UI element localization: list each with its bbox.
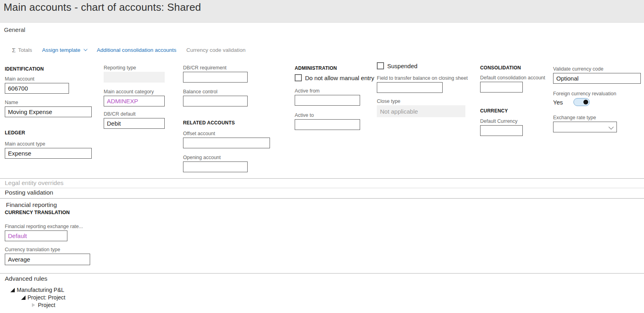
chevron-down-icon bbox=[609, 124, 614, 130]
offset-account-label: Offset account bbox=[183, 131, 270, 136]
balance-control-input[interactable] bbox=[183, 96, 248, 106]
divider bbox=[0, 273, 644, 274]
divider bbox=[0, 188, 644, 188]
reporting-type-label: Reporting type bbox=[104, 65, 165, 71]
currency-code-validation-button[interactable]: Currency code validation bbox=[186, 47, 246, 53]
tree-item-label: Manufacturing P&L bbox=[17, 287, 64, 293]
dbcr-default-input[interactable] bbox=[104, 118, 165, 129]
section-posting-validation[interactable]: Posting validation bbox=[5, 189, 53, 196]
reporting-type-field: Reporting type bbox=[104, 65, 165, 83]
section-advanced-rules[interactable]: Advanced rules bbox=[5, 275, 47, 282]
financial-reporting-exchange-rate-input[interactable] bbox=[5, 230, 67, 241]
opening-account-input[interactable] bbox=[183, 161, 248, 172]
tree-expanded-icon[interactable] bbox=[10, 288, 15, 292]
divider bbox=[0, 178, 644, 179]
field-to-transfer-label: Field to transfer balance on closing she… bbox=[377, 75, 468, 81]
do-not-allow-manual-entry-row: Do not allow manual entry bbox=[295, 74, 374, 81]
main-account-type-field: Main account type bbox=[5, 141, 92, 159]
dbcr-requirement-field: DB/CR requirement bbox=[183, 65, 248, 83]
totals-button[interactable]: Σ Totals bbox=[12, 47, 32, 53]
group-consolidation: CONSOLIDATION bbox=[480, 65, 521, 71]
balance-control-field: Balance control bbox=[183, 89, 248, 106]
additional-consolidation-accounts-label: Additional consolidation accounts bbox=[97, 47, 177, 53]
foreign-currency-revaluation-toggle[interactable] bbox=[573, 98, 590, 106]
financial-reporting-exchange-rate-label: Financial reporting exchange rate... bbox=[5, 224, 83, 229]
main-account-category-field: Main account category bbox=[104, 89, 165, 106]
offset-account-field: Offset account bbox=[183, 131, 270, 148]
do-not-allow-manual-entry-label: Do not allow manual entry bbox=[305, 75, 374, 81]
dbcr-default-field: DB/CR default bbox=[104, 111, 165, 129]
offset-account-input[interactable] bbox=[183, 138, 270, 148]
active-to-field: Active to bbox=[295, 112, 360, 130]
tree-item-label: Project: Project bbox=[28, 294, 65, 301]
tree-expanded-icon[interactable] bbox=[21, 295, 26, 300]
active-from-field: Active from bbox=[295, 88, 360, 106]
opening-account-field: Opening account bbox=[183, 155, 248, 172]
group-identification: IDENTIFICATION bbox=[5, 66, 44, 72]
exchange-rate-type-select[interactable] bbox=[553, 122, 617, 132]
group-related-accounts: RELATED ACCOUNTS bbox=[183, 120, 235, 126]
currency-code-validation-label: Currency code validation bbox=[186, 47, 246, 53]
default-currency-field: Default Currency bbox=[480, 118, 523, 136]
balance-control-label: Balance control bbox=[183, 89, 248, 94]
main-account-category-input[interactable] bbox=[104, 96, 165, 106]
currency-translation-type-input[interactable] bbox=[5, 254, 90, 265]
suspended-label: Suspended bbox=[387, 63, 418, 69]
divider bbox=[0, 198, 644, 199]
active-from-label: Active from bbox=[295, 88, 360, 94]
toolbar: Σ Totals Assign template Additional cons… bbox=[12, 47, 246, 53]
main-account-input[interactable] bbox=[5, 83, 69, 94]
toggle-knob bbox=[583, 100, 588, 104]
main-account-type-input[interactable] bbox=[5, 148, 92, 159]
tree-item-label: Project bbox=[38, 302, 55, 308]
close-type-input bbox=[377, 105, 465, 117]
foreign-currency-revaluation-row: Yes bbox=[553, 98, 616, 106]
exchange-rate-type-label: Exchange rate type bbox=[553, 115, 617, 120]
foreign-currency-revaluation-label: Foreign currency revaluation bbox=[553, 91, 616, 96]
suspended-row: Suspended bbox=[377, 62, 418, 69]
main-account-field: Main account bbox=[5, 76, 69, 94]
field-to-transfer-input[interactable] bbox=[377, 82, 443, 93]
close-type-field: Close type bbox=[377, 98, 465, 117]
dbcr-default-label: DB/CR default bbox=[104, 111, 165, 117]
main-account-category-label: Main account category bbox=[104, 89, 165, 94]
validate-currency-code-label: Validate currency code bbox=[553, 66, 641, 72]
reporting-type-input bbox=[104, 72, 165, 83]
dbcr-requirement-label: DB/CR requirement bbox=[183, 65, 248, 71]
exchange-rate-type-field: Exchange rate type bbox=[553, 115, 617, 132]
tree-item-project[interactable]: Project bbox=[31, 302, 55, 308]
active-to-input[interactable] bbox=[295, 119, 360, 130]
group-currency-translation: CURRENCY TRANSLATION bbox=[5, 210, 70, 215]
tree-collapsed-icon[interactable] bbox=[32, 303, 35, 307]
section-financial-reporting[interactable]: Financial reporting bbox=[6, 201, 57, 209]
dbcr-requirement-input[interactable] bbox=[183, 72, 248, 83]
name-field: Name bbox=[5, 100, 92, 117]
totals-label: Totals bbox=[18, 47, 32, 53]
group-ledger: LEDGER bbox=[5, 130, 25, 136]
name-input[interactable] bbox=[5, 106, 92, 117]
suspended-checkbox[interactable] bbox=[377, 62, 384, 69]
opening-account-label: Opening account bbox=[183, 155, 248, 160]
group-administration: ADMINISTRATION bbox=[295, 65, 337, 71]
group-currency: CURRENCY bbox=[480, 108, 508, 114]
assign-template-label: Assign template bbox=[42, 47, 81, 53]
currency-translation-type-label: Currency translation type bbox=[5, 247, 90, 252]
section-legal-entity-overrides: Legal entity overrides bbox=[5, 179, 63, 187]
default-currency-input[interactable] bbox=[480, 125, 523, 136]
do-not-allow-manual-entry-checkbox[interactable] bbox=[295, 74, 302, 81]
tree-item-project-project[interactable]: Project: Project bbox=[21, 294, 65, 301]
validate-currency-code-input[interactable] bbox=[553, 73, 641, 84]
default-consolidation-account-field: Default consolidation account bbox=[480, 75, 545, 93]
foreign-currency-revaluation-state: Yes bbox=[553, 99, 563, 106]
field-to-transfer-field: Field to transfer balance on closing she… bbox=[377, 75, 468, 93]
assign-template-button[interactable]: Assign template bbox=[42, 47, 87, 53]
chevron-down-icon bbox=[83, 47, 87, 51]
tree-item-manufacturing-pl[interactable]: Manufacturing P&L bbox=[10, 287, 64, 293]
tab-general[interactable]: General bbox=[4, 26, 25, 33]
additional-consolidation-accounts-button[interactable]: Additional consolidation accounts bbox=[97, 47, 177, 53]
active-from-input[interactable] bbox=[295, 95, 360, 106]
default-consolidation-account-input[interactable] bbox=[480, 82, 523, 93]
page-header: Main accounts - chart of accounts: Share… bbox=[0, 0, 644, 23]
main-account-label: Main account bbox=[5, 76, 69, 82]
currency-translation-type-field: Currency translation type bbox=[5, 247, 90, 265]
